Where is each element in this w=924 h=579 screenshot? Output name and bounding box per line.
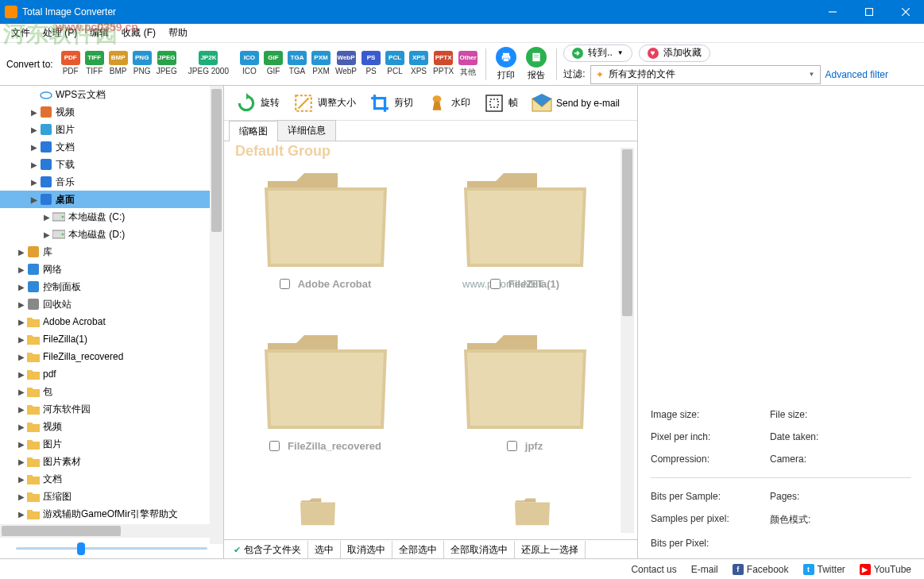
expand-arrow[interactable]: ▶ [16,457,27,466]
expand-arrow[interactable]: ▶ [16,475,27,484]
format-pdf[interactable]: PDFPDF [60,51,82,78]
tree-item[interactable]: ▶网络 [0,261,223,278]
tree-item[interactable]: ▶视频 [0,418,223,435]
selection-option[interactable]: 包含子文件夹 [227,541,308,558]
thumbnail-item[interactable]: FileZilla(1) [433,164,617,322]
expand-arrow[interactable]: ▶ [29,108,40,117]
item-checkbox[interactable] [280,279,290,289]
add-favorite-button[interactable]: ♥ 添加收藏 [639,44,710,62]
expand-arrow[interactable]: ▶ [16,318,27,326]
menu-process[interactable]: 处理 (P) [37,25,83,41]
expand-arrow[interactable]: ▶ [16,423,27,431]
expand-arrow[interactable]: ▶ [16,335,27,344]
frame-button[interactable]: 帧 [480,91,521,116]
format-gif[interactable]: GIFGIF [262,51,284,78]
print-button[interactable]: 打印 [493,47,520,81]
selection-option[interactable]: 全部取消选中 [444,541,515,558]
thumbnail-item[interactable]: FileZilla_recovered [234,326,417,484]
format-xps[interactable]: XPSXPS [408,51,430,78]
menu-help[interactable]: 帮助 [162,25,194,41]
format-bmp[interactable]: BMPBMP [107,51,130,78]
thumbnail-scrollbar[interactable] [621,148,634,533]
crop-button[interactable]: 剪切 [365,91,416,116]
tree-item[interactable]: ▶图片 [0,121,223,138]
email-link[interactable]: E-mail [691,564,718,575]
expand-arrow[interactable]: ▶ [29,143,40,152]
expand-arrow[interactable]: ▶ [16,248,27,257]
format-ico[interactable]: ICOICO [238,51,261,78]
menu-favorites[interactable]: 收藏 (F) [115,25,162,41]
format-tga[interactable]: TGATGA [286,51,308,78]
tree-item[interactable]: ▶图片 [0,435,223,453]
tree-item[interactable]: ▶控制面板 [0,278,223,295]
minimize-button[interactable] [814,0,851,24]
tree-item[interactable]: ▶文档 [0,470,223,488]
tree-scrollbar-horizontal[interactable] [0,524,223,538]
report-button[interactable]: 报告 [523,47,550,81]
tree-item[interactable]: ▶下载 [0,156,223,173]
tree-item[interactable]: ▶图片素材 [0,453,223,470]
format-pcl[interactable]: PCLPCL [384,51,406,78]
expand-arrow[interactable]: ▶ [16,405,27,414]
item-checkbox[interactable] [507,441,517,451]
menu-edit[interactable]: 编辑 [83,25,115,41]
rotate-button[interactable]: 旋转 [232,91,283,116]
tree-item[interactable]: ▶pdf [0,365,223,383]
twitter-link[interactable]: tTwitter [803,564,845,575]
tree-item[interactable]: ▶FileZilla_recovered [0,348,223,365]
tree-item[interactable]: ▶回收站 [0,295,223,313]
goto-button[interactable]: 转到.. ▼ [563,44,632,62]
expand-arrow[interactable]: ▶ [16,440,27,449]
format-webp[interactable]: WebPWebP [334,51,358,78]
thumbnail-item[interactable]: jpfz [433,326,617,484]
thumbnail-item[interactable]: Adobe Acrobat [234,164,417,322]
tab-thumbnails[interactable]: 缩略图 [229,121,278,141]
expand-arrow[interactable]: ▶ [29,178,40,187]
folder-tree[interactable]: WPS云文档▶视频▶图片▶文档▶下载▶音乐▶桌面▶本地磁盘 (C:)▶本地磁盘 … [0,86,223,524]
expand-arrow[interactable]: ▶ [16,283,27,291]
selection-option[interactable]: 取消选中 [341,541,392,558]
tree-item[interactable]: ▶视频 [0,103,223,121]
maximize-button[interactable] [851,0,887,24]
tree-item[interactable]: ▶本地磁盘 (D:) [0,226,223,243]
expand-arrow[interactable]: ▶ [41,230,52,239]
expand-arrow[interactable]: ▶ [16,510,27,519]
filter-select[interactable]: ✦ 所有支持的文件 ▼ [590,65,821,84]
advanced-filter-link[interactable]: Advanced filter [825,69,888,80]
youtube-link[interactable]: ▶YouTube [860,564,911,575]
expand-arrow[interactable]: ▶ [41,213,52,222]
tree-item[interactable]: ▶包 [0,383,223,400]
tree-scrollbar-vertical[interactable] [210,86,223,544]
selection-option[interactable]: 选中 [308,541,341,558]
selection-option[interactable]: 还原上一选择 [515,541,586,558]
tree-item[interactable]: ▶库 [0,243,223,261]
format-ps[interactable]: PSPS [360,51,382,78]
format-pptx[interactable]: PPTXPPTX [431,51,455,78]
expand-arrow[interactable]: ▶ [16,300,27,309]
tree-item[interactable]: ▶游戏辅助GameOfMir引擎帮助文 [0,505,223,523]
expand-arrow[interactable]: ▶ [29,160,40,169]
format-tiff[interactable]: TIFFTIFF [83,51,106,78]
contact-link[interactable]: Contact us [631,564,676,575]
expand-arrow[interactable]: ▶ [16,388,27,396]
email-button[interactable]: Send by e-mail [528,91,623,116]
tree-item[interactable]: ▶压缩图 [0,488,223,505]
expand-arrow[interactable]: ▶ [16,353,27,361]
item-checkbox[interactable] [269,441,280,451]
tree-item[interactable]: ▶桌面 [0,191,223,208]
expand-arrow[interactable]: ▶ [16,265,27,274]
expand-arrow[interactable]: ▶ [29,195,40,204]
tree-item[interactable]: ▶Adobe Acrobat [0,313,223,330]
expand-arrow[interactable]: ▶ [16,370,27,379]
zoom-slider[interactable] [0,538,223,558]
tree-item[interactable]: ▶音乐 [0,173,223,191]
watermark-button[interactable]: 水印 [423,91,474,116]
slider-thumb[interactable] [77,542,85,555]
tree-item[interactable]: ▶河东软件园 [0,400,223,418]
item-checkbox[interactable] [490,279,501,289]
facebook-link[interactable]: fFacebook [733,564,789,575]
format-jpeg[interactable]: JPEGJPEG [155,51,179,78]
format-其他[interactable]: Other其他 [457,51,479,78]
tree-item[interactable]: ▶文档 [0,138,223,156]
resize-button[interactable]: 调整大小 [289,91,359,116]
